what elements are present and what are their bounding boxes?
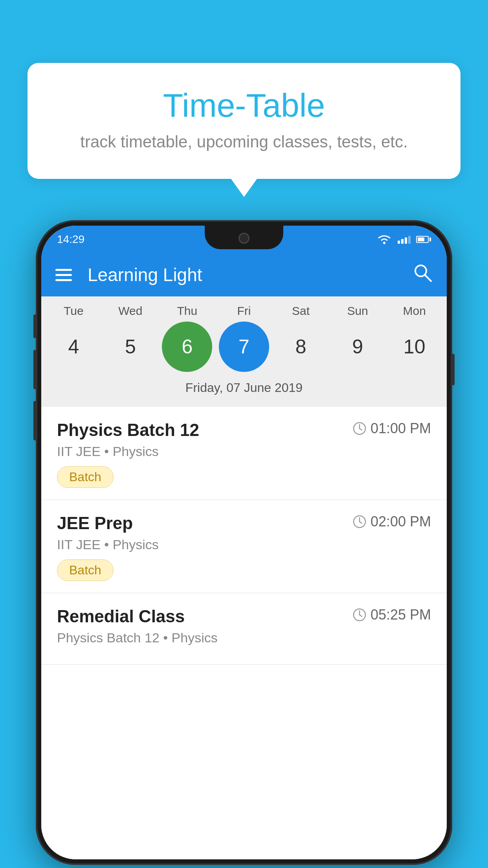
day-label-mon: Mon bbox=[389, 304, 440, 318]
svg-line-8 bbox=[360, 522, 362, 523]
schedule-time-1: 01:00 PM bbox=[352, 420, 431, 437]
schedule-item-2[interactable]: JEE Prep 02:00 PM IIT JEE • Physics Batc… bbox=[41, 500, 447, 593]
schedule-meta-3: Physics Batch 12 • Physics bbox=[57, 630, 431, 645]
menu-button[interactable] bbox=[55, 269, 72, 281]
day-5[interactable]: 5 bbox=[105, 322, 156, 372]
schedule-item-1[interactable]: Physics Batch 12 01:00 PM IIT JEE • Phys… bbox=[41, 407, 447, 500]
app-header: Learning Light bbox=[41, 253, 447, 296]
svg-line-5 bbox=[360, 428, 362, 430]
day-label-sat: Sat bbox=[276, 304, 326, 318]
signal-icon bbox=[398, 235, 411, 244]
schedule-item-3[interactable]: Remedial Class 05:25 PM Physics Batch 12… bbox=[41, 593, 447, 665]
day-label-fri: Fri bbox=[219, 304, 269, 318]
day-10[interactable]: 10 bbox=[389, 322, 440, 372]
tooltip-title: Time-Table bbox=[51, 86, 437, 125]
search-button[interactable] bbox=[413, 263, 433, 287]
phone-camera bbox=[238, 233, 250, 244]
phone-volume-down bbox=[33, 401, 37, 440]
calendar-strip: Tue Wed Thu Fri Sat Sun Mon 4 5 6 7 8 9 … bbox=[41, 296, 447, 407]
day-label-thu: Thu bbox=[162, 304, 212, 318]
day-label-sun: Sun bbox=[332, 304, 383, 318]
tooltip-subtitle: track timetable, upcoming classes, tests… bbox=[51, 132, 437, 151]
phone-mockup: 14:29 bbox=[36, 220, 452, 865]
schedule-time-2: 02:00 PM bbox=[352, 513, 431, 530]
status-time: 14:29 bbox=[57, 233, 84, 246]
day-4[interactable]: 4 bbox=[48, 322, 99, 372]
tooltip-card: Time-Table track timetable, upcoming cla… bbox=[28, 63, 460, 179]
schedule-tag-2: Batch bbox=[57, 559, 114, 581]
day-7-selected[interactable]: 7 bbox=[219, 322, 269, 372]
schedule-name-1: Physics Batch 12 bbox=[57, 420, 199, 440]
day-6-today[interactable]: 6 bbox=[162, 322, 212, 372]
status-icons bbox=[376, 234, 431, 245]
phone-volume-up bbox=[33, 350, 37, 389]
clock-icon-3 bbox=[352, 608, 367, 622]
schedule-meta-1: IIT JEE • Physics bbox=[57, 444, 431, 459]
battery-icon bbox=[416, 236, 431, 243]
schedule-time-3: 05:25 PM bbox=[352, 607, 431, 623]
day-label-tue: Tue bbox=[48, 304, 99, 318]
wifi-icon bbox=[376, 234, 392, 245]
selected-date: Friday, 07 June 2019 bbox=[41, 377, 447, 403]
svg-point-0 bbox=[383, 242, 385, 244]
phone-power-button bbox=[451, 354, 455, 385]
phone-screen: 14:29 bbox=[41, 226, 447, 859]
schedule-list: Physics Batch 12 01:00 PM IIT JEE • Phys… bbox=[41, 407, 447, 859]
phone-volume-silent bbox=[33, 314, 37, 338]
svg-line-11 bbox=[360, 615, 362, 616]
app-title: Learning Light bbox=[88, 264, 401, 285]
schedule-name-3: Remedial Class bbox=[57, 607, 185, 626]
svg-line-2 bbox=[425, 275, 431, 281]
schedule-name-2: JEE Prep bbox=[57, 513, 133, 533]
phone-notch bbox=[205, 226, 283, 249]
day-label-wed: Wed bbox=[105, 304, 156, 318]
clock-icon-2 bbox=[352, 515, 367, 529]
schedule-meta-2: IIT JEE • Physics bbox=[57, 537, 431, 552]
day-9[interactable]: 9 bbox=[332, 322, 383, 372]
clock-icon-1 bbox=[352, 421, 367, 436]
day-numbers: 4 5 6 7 8 9 10 bbox=[41, 318, 447, 377]
day-labels: Tue Wed Thu Fri Sat Sun Mon bbox=[41, 304, 447, 318]
day-8[interactable]: 8 bbox=[276, 322, 326, 372]
schedule-tag-1: Batch bbox=[57, 466, 114, 488]
